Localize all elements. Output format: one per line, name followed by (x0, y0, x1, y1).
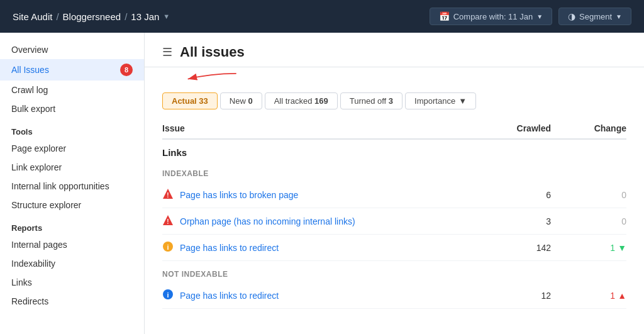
issue-cell-1: ! Page has links to broken page (162, 188, 488, 201)
sidebar-item-overview-label: Overview (11, 45, 48, 55)
segment-label: Segment (579, 12, 612, 21)
filter-all-tracked-label: All tracked (274, 96, 314, 106)
all-issues-badge: 8 (120, 64, 133, 76)
warning-red-icon-1: ! (162, 188, 174, 201)
warning-red-icon-2: ! (162, 214, 174, 228)
sidebar-item-links[interactable]: Links (0, 273, 144, 292)
sidebar-item-links-label: Links (11, 277, 32, 287)
compare-button[interactable]: 📅 Compare with: 11 Jan ▼ (430, 8, 552, 25)
change-val-1: 0 (621, 190, 626, 200)
filter-actual[interactable]: Actual 33 (162, 92, 218, 109)
sidebar-item-link-explorer[interactable]: Link explorer (0, 158, 144, 177)
sidebar-item-internal-pages[interactable]: Internal pages (0, 235, 144, 254)
sidebar-item-all-issues[interactable]: All Issues 8 (0, 59, 144, 81)
sidebar-item-crawl-log-label: Crawl log (11, 85, 48, 95)
breadcrumb-bloggersneed[interactable]: Bloggersneed (63, 11, 121, 22)
crawled-cell-1: 6 (488, 190, 564, 200)
col-change-header: Change (564, 123, 626, 133)
segment-icon: ◑ (568, 11, 575, 21)
sidebar-item-all-issues-label: All Issues (11, 65, 49, 75)
issue-cell-2: ! Orphan page (has no incoming internal … (162, 214, 488, 228)
breadcrumb: Site Audit / Bloggersneed / 13 Jan ▼ (13, 11, 423, 22)
svg-text:i: i (167, 243, 169, 251)
group-label-links: Links (162, 140, 626, 160)
col-issue-header: Issue (162, 123, 488, 133)
filter-importance[interactable]: Importance ▼ (405, 92, 476, 109)
sidebar-item-page-explorer[interactable]: Page explorer (0, 139, 144, 158)
breadcrumb-date[interactable]: 13 Jan (131, 11, 159, 22)
crawled-cell-4: 12 (488, 291, 564, 301)
filter-new[interactable]: New 0 (220, 92, 262, 109)
filter-turned-off[interactable]: Turned off 3 (340, 92, 402, 109)
filter-all-tracked-count: 169 (314, 96, 328, 106)
table-header-row: Issue Crawled Change (162, 118, 626, 140)
up-arrow-icon: ▲ (618, 291, 626, 301)
segment-button[interactable]: ◑ Segment ▼ (558, 8, 631, 25)
red-arrow-svg (169, 70, 244, 84)
site-header: Site Audit / Bloggersneed / 13 Jan ▼ 📅 C… (0, 0, 644, 33)
breadcrumb-sep2: / (125, 11, 127, 22)
filter-turned-off-count: 3 (389, 96, 393, 106)
sidebar-item-link-explorer-label: Link explorer (11, 162, 62, 172)
sidebar-item-crawl-log[interactable]: Crawl log (0, 81, 144, 99)
change-val-4: 1 (610, 291, 615, 301)
svg-text:i: i (167, 291, 169, 299)
filter-turned-off-label: Turned off (350, 96, 389, 106)
filters-bar: Actual 33 New 0 All tracked 169 Turned o… (145, 86, 644, 118)
sidebar-item-overview[interactable]: Overview (0, 40, 144, 59)
filter-new-count: 0 (248, 96, 252, 106)
sidebar-item-page-explorer-label: Page explorer (11, 143, 66, 153)
filter-importance-label: Importance (414, 96, 455, 106)
compare-dropdown-arrow: ▼ (536, 13, 543, 20)
issue-cell-3: i Page has links to redirect (162, 241, 488, 254)
info-blue-icon: i (162, 289, 174, 302)
main-layout: Overview All Issues 8 Crawl log Bulk exp… (0, 33, 644, 334)
page-title: All issues (180, 44, 245, 60)
sidebar-item-bulk-export-label: Bulk export (11, 104, 55, 114)
page-header: ☰ All issues (145, 33, 644, 67)
crawled-cell-2: 3 (488, 216, 564, 226)
issue-cell-4: i Page has links to redirect (162, 289, 488, 302)
table-row[interactable]: i Page has links to redirect 142 1 ▼ (162, 235, 626, 261)
calendar-icon: 📅 (439, 11, 450, 21)
segment-dropdown-arrow: ▼ (616, 13, 622, 20)
sidebar-item-structure-explorer-label: Structure explorer (11, 200, 81, 210)
svg-text:!: ! (167, 192, 169, 199)
hamburger-icon[interactable]: ☰ (162, 45, 172, 59)
crawled-cell-3: 142 (488, 243, 564, 253)
sidebar-item-internal-link-opps[interactable]: Internal link opportunities (0, 177, 144, 196)
breadcrumb-sep1: / (56, 11, 58, 22)
importance-dropdown-arrow: ▼ (458, 96, 467, 106)
sidebar-item-internal-link-opps-label: Internal link opportunities (11, 181, 109, 191)
main-content: ☰ All issues Actual 33 New 0 (145, 33, 644, 334)
sidebar-item-indexability-label: Indexability (11, 259, 55, 269)
sidebar-item-indexability[interactable]: Indexability (0, 254, 144, 273)
svg-text:!: ! (167, 218, 169, 225)
issue-label-3[interactable]: Page has links to redirect (180, 243, 279, 253)
section-indexable: INDEXABLE (162, 160, 626, 182)
sidebar-item-structure-explorer[interactable]: Structure explorer (0, 196, 144, 214)
sidebar-item-bulk-export[interactable]: Bulk export (0, 99, 144, 118)
change-cell-1: 0 (564, 190, 626, 200)
table-row[interactable]: ! Page has links to broken page 6 0 (162, 182, 626, 208)
sidebar-item-internal-pages-label: Internal pages (11, 240, 67, 250)
warning-yellow-icon: i (162, 241, 174, 254)
breadcrumb-site-audit[interactable]: Site Audit (13, 11, 52, 22)
issue-label-4[interactable]: Page has links to redirect (180, 291, 279, 301)
filter-all-tracked[interactable]: All tracked 169 (265, 92, 338, 109)
tools-section-label: Tools (0, 118, 144, 139)
table-row[interactable]: i Page has links to redirect 12 1 ▲ (162, 282, 626, 309)
issue-label-1[interactable]: Page has links to broken page (180, 190, 298, 200)
table-row[interactable]: ! Orphan page (has no incoming internal … (162, 208, 626, 235)
issue-label-2[interactable]: Orphan page (has no incoming internal li… (180, 216, 355, 226)
filter-actual-label: Actual (172, 96, 199, 106)
change-cell-2: 0 (564, 216, 626, 226)
change-cell-4: 1 ▲ (564, 291, 626, 301)
change-val-3: 1 (610, 243, 615, 253)
filter-new-label: New (230, 96, 248, 106)
breadcrumb-date-dropdown[interactable]: ▼ (163, 13, 170, 20)
sidebar-item-redirects-label: Redirects (11, 296, 48, 306)
change-cell-3: 1 ▼ (564, 243, 626, 253)
down-arrow-icon: ▼ (618, 243, 626, 253)
sidebar-item-redirects[interactable]: Redirects (0, 292, 144, 311)
